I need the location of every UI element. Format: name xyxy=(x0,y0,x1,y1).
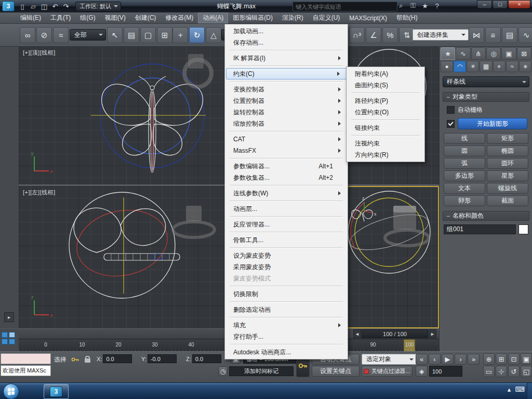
menu-item[interactable]: 穿行助手... xyxy=(225,331,348,342)
submenu-item[interactable]: 附着约束(A) xyxy=(347,68,424,79)
input-method-icon[interactable]: ⌨ xyxy=(515,385,525,393)
shape-button[interactable]: 多边形 xyxy=(444,170,485,181)
submenu-item[interactable]: 路径约束(P) xyxy=(347,95,424,107)
curve-editor-icon[interactable]: ∿ xyxy=(518,27,532,43)
menu-item[interactable]: 变换控制器 xyxy=(225,84,348,95)
minimize-button[interactable]: – xyxy=(477,0,492,9)
maxscript-listener-line[interactable]: 欢迎使用 MAXSc xyxy=(1,365,51,376)
set-key-button[interactable]: 设置关键点 xyxy=(312,366,360,377)
menubar-item[interactable]: 渲染(R) xyxy=(277,12,308,23)
bind-to-space-warp-icon[interactable]: ≈ xyxy=(53,27,69,43)
menubar-item[interactable]: 帮助(H) xyxy=(392,12,422,23)
shape-button[interactable]: 卵形 xyxy=(444,195,485,206)
tab-hierarchy[interactable]: ⋔ xyxy=(471,47,486,60)
percent-snap-icon[interactable]: % xyxy=(382,27,398,43)
search-input[interactable] xyxy=(292,2,397,11)
menu-item[interactable]: 参数收集器... Alt+2 xyxy=(225,172,348,183)
menu-item[interactable]: 删除选定动画 xyxy=(225,304,348,315)
menu-item[interactable]: 参数编辑器... Alt+1 xyxy=(225,161,348,172)
shape-button[interactable]: 线 xyxy=(444,133,485,144)
category-systems[interactable]: ∗ xyxy=(519,61,531,72)
window-crossing-icon[interactable]: ⊞ xyxy=(157,27,172,43)
select-and-rotate-icon[interactable]: ↻ xyxy=(189,27,205,43)
zoom-extents-all-icon[interactable]: ▣ xyxy=(521,353,532,365)
previous-frame-arrow[interactable]: ◄ xyxy=(353,329,361,338)
layer-manager-icon[interactable]: ▤ xyxy=(502,27,517,43)
spline-type-dropdown[interactable]: 样条线 xyxy=(443,76,529,87)
current-frame-field[interactable]: 100 xyxy=(429,366,462,377)
macro-recorder-line[interactable] xyxy=(1,353,51,364)
time-tag-icon[interactable]: ◷ xyxy=(218,366,228,376)
workspace-dropdown[interactable]: 工作区: 默认 xyxy=(75,2,121,11)
save-file-icon[interactable]: ◫ xyxy=(39,2,49,11)
menubar-item[interactable]: MAXScript(X) xyxy=(344,12,392,23)
shape-button[interactable]: 圆环 xyxy=(487,158,528,169)
menu-item[interactable]: Autodesk 动画商店... xyxy=(225,347,348,358)
previous-frame-button[interactable]: ‹ xyxy=(429,354,441,365)
tab-utilities[interactable]: ⊠ xyxy=(517,47,531,60)
search-icon[interactable]: ⌕ xyxy=(396,1,406,10)
close-button[interactable]: × xyxy=(508,0,530,9)
sign-in-key-icon[interactable]: ⚿ xyxy=(408,1,418,10)
shape-button[interactable]: 圆 xyxy=(444,145,485,156)
submenu-item[interactable]: 方向约束(R) xyxy=(347,149,424,161)
named-selection-set-field[interactable]: 创建选择集 xyxy=(413,29,469,41)
maximize-button[interactable]: □ xyxy=(493,0,508,9)
submenu-item[interactable]: 链接约束 xyxy=(347,122,424,134)
undo-icon[interactable]: ↶ xyxy=(50,2,60,11)
menu-item[interactable]: 填充 xyxy=(225,320,348,331)
zoom-all-icon[interactable]: ⊞ xyxy=(496,353,507,365)
time-slider-handle[interactable]: 100 / 100 xyxy=(362,329,428,338)
shape-button[interactable]: 星形 xyxy=(487,170,528,181)
object-type-rollout[interactable]: 对象类型 xyxy=(443,92,529,102)
viewport-left[interactable]: [+][左][线框] z x xyxy=(19,186,227,328)
tray-expand-icon[interactable]: ▴ xyxy=(508,385,511,393)
select-by-name-icon[interactable]: ▤ xyxy=(124,27,139,43)
category-lights[interactable]: ☀ xyxy=(467,61,479,72)
start-new-shape-button[interactable]: 开始新图形 xyxy=(458,118,527,129)
menubar-item[interactable]: 工具(T) xyxy=(46,12,75,23)
menu-item[interactable]: 约束(C) xyxy=(226,68,347,79)
x-coordinate-field[interactable]: 0.0 xyxy=(103,354,132,363)
menubar-item[interactable]: 动画(A) xyxy=(198,12,228,23)
help-icon[interactable]: ? xyxy=(432,1,442,10)
angle-snap-icon[interactable]: ∠ xyxy=(366,27,381,43)
next-frame-button[interactable]: › xyxy=(455,354,467,365)
menu-item[interactable]: 切换限制 xyxy=(225,288,348,300)
select-and-scale-icon[interactable]: △ xyxy=(206,27,221,43)
submenu-item[interactable]: 曲面约束(S) xyxy=(347,79,424,91)
unlink-selection-icon[interactable]: ⊘ xyxy=(36,27,52,43)
start-new-shape-checkbox[interactable] xyxy=(447,120,455,128)
z-coordinate-field[interactable]: 0.0 xyxy=(192,354,221,363)
go-to-start-button[interactable]: « xyxy=(416,354,428,365)
menu-item[interactable]: 采用蒙皮姿势 xyxy=(225,261,348,273)
menubar-item[interactable]: 组(G) xyxy=(75,12,100,23)
menu-item[interactable]: 连线参数(W) xyxy=(225,188,348,199)
menu-item[interactable]: 骨骼工具... xyxy=(225,234,348,246)
menu-item[interactable]: 设为蒙皮姿势 xyxy=(225,250,348,261)
add-time-tag[interactable]: 添加时间标记 xyxy=(229,366,294,376)
taskbar-3dsmax-button[interactable]: 3 xyxy=(44,384,69,399)
viewport-layout-tabs-button[interactable] xyxy=(2,332,16,345)
show-desktop-button[interactable] xyxy=(527,383,532,399)
key-mode-toggle[interactable]: ◈ xyxy=(416,366,428,377)
submenu-item[interactable]: 位置约束(O) xyxy=(347,107,424,118)
tab-display[interactable]: ▣ xyxy=(501,47,516,60)
menu-item[interactable]: 蒙皮姿势模式 xyxy=(225,273,348,284)
selection-lock-icon[interactable] xyxy=(70,355,81,364)
shape-button[interactable]: 螺旋线 xyxy=(487,183,528,194)
pan-icon[interactable]: ⊹ xyxy=(496,366,507,377)
category-helpers[interactable]: ⌖ xyxy=(493,61,506,72)
align-icon[interactable]: ≡ xyxy=(485,27,501,43)
menubar-item[interactable]: 编辑(E) xyxy=(16,12,46,23)
menubar-item[interactable]: 自定义(U) xyxy=(308,12,345,23)
category-shapes[interactable]: ◠ xyxy=(454,61,466,72)
new-scene-icon[interactable]: ▯ xyxy=(17,2,28,11)
favorites-star-icon[interactable]: ★ xyxy=(420,1,430,10)
name-color-rollout[interactable]: 名称和颜色 xyxy=(443,211,529,221)
object-name-input[interactable]: 组001 xyxy=(444,224,516,234)
viewport-label[interactable]: [+][左][线框] xyxy=(23,189,56,196)
shape-button[interactable]: 文本 xyxy=(444,183,485,194)
object-color-swatch[interactable] xyxy=(518,224,528,234)
select-object-icon[interactable]: ↖ xyxy=(107,27,123,43)
